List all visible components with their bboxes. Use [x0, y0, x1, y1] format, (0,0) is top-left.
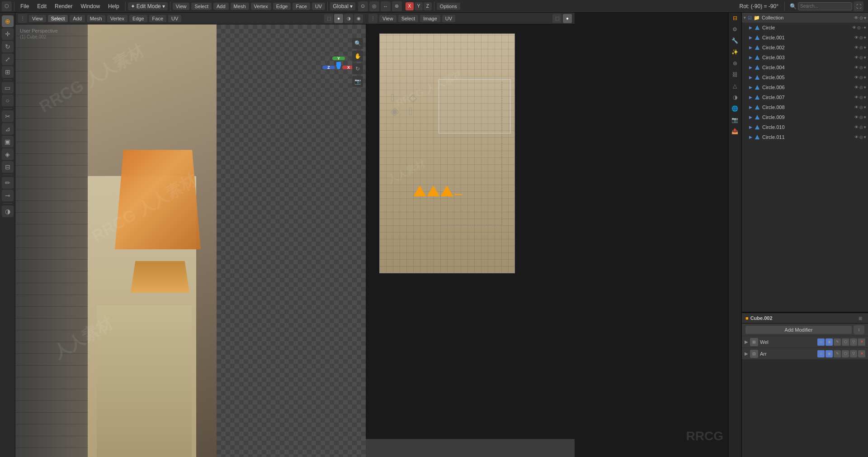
- ci-eye-10[interactable]: 👁: [854, 125, 859, 129]
- weld-render-icon[interactable]: ◉: [826, 338, 833, 346]
- ci-cam-9[interactable]: ◎: [859, 115, 863, 119]
- particles-icon[interactable]: ✨: [730, 47, 740, 57]
- ci-cam-7[interactable]: ◎: [859, 95, 863, 100]
- viewport-canvas[interactable]: User Perspective (1) Cube.002 RRCG 人人素材 …: [15, 24, 366, 457]
- weld-cage-icon[interactable]: ⬡: [842, 338, 849, 346]
- blender-logo-icon[interactable]: ⬡: [2, 1, 12, 11]
- circle-item-4[interactable]: ▶ Circle.004 👁 ◎ ▾: [747, 62, 868, 72]
- orientation-selector[interactable]: Global ▾: [330, 2, 355, 10]
- output-icon[interactable]: 📤: [730, 126, 740, 136]
- modifiers-icon[interactable]: 🔧: [730, 36, 740, 46]
- uv-solid-btn[interactable]: ●: [563, 14, 572, 23]
- material-btn[interactable]: ◑: [344, 14, 353, 23]
- move-tool[interactable]: ✛: [2, 28, 14, 40]
- props-expand-icon[interactable]: ⊞: [856, 314, 864, 322]
- ci-more-7[interactable]: ▾: [864, 95, 866, 100]
- ci-eye-8[interactable]: 👁: [854, 105, 859, 109]
- ci-more-9[interactable]: ▾: [864, 115, 866, 119]
- ci-more-5[interactable]: ▾: [864, 75, 866, 80]
- select-button[interactable]: Select: [48, 15, 68, 22]
- circle-item-11[interactable]: ▶ Circle.011 👁 ◎ ▾: [747, 132, 868, 142]
- ci-eye-9[interactable]: 👁: [854, 115, 859, 119]
- circle-item-9[interactable]: ▶ Circle.009 👁 ◎ ▾: [747, 112, 868, 122]
- uv-view-button[interactable]: View: [379, 15, 396, 22]
- outliner-icon[interactable]: ⊟: [730, 13, 740, 23]
- circle-item-0[interactable]: ▶ Circle 👁 ◎ · ▾: [747, 23, 868, 33]
- cursor-tool[interactable]: ⊕: [2, 15, 14, 27]
- scale-tool[interactable]: ⤢: [2, 53, 14, 65]
- orbit-icon[interactable]: ↻: [352, 63, 363, 74]
- weld-expand-icon[interactable]: ▶: [745, 339, 748, 344]
- weld-realtime-icon[interactable]: ⊙: [817, 338, 825, 346]
- ci-cam-11[interactable]: ◎: [859, 135, 863, 139]
- ci-more-11[interactable]: ▾: [864, 135, 866, 139]
- weld-edit-icon[interactable]: ✎: [834, 338, 841, 346]
- uv-wireframe-btn[interactable]: ⬚: [552, 14, 561, 23]
- loop-cut-tool[interactable]: ⊟: [2, 161, 14, 173]
- uv-select-button[interactable]: Select: [398, 15, 419, 22]
- solid-btn[interactable]: ●: [334, 14, 343, 23]
- world-icon[interactable]: 🌐: [730, 104, 740, 114]
- magnet-icon[interactable]: ⊗: [392, 1, 402, 11]
- transform-tool[interactable]: ⊞: [2, 66, 14, 78]
- circle-item-7[interactable]: ▶ Circle.007 👁 ◎ ▾: [747, 92, 868, 102]
- circle-item-6[interactable]: ▶ Circle.006 👁 ◎ ▾: [747, 82, 868, 92]
- ci-cam-0[interactable]: ◎: [857, 25, 861, 30]
- add-button[interactable]: Add: [70, 15, 85, 22]
- ci-more-3[interactable]: ▾: [864, 55, 866, 60]
- ci-eye-11[interactable]: 👁: [854, 135, 859, 139]
- uv-image-button[interactable]: Image: [420, 15, 440, 22]
- array-apply-icon[interactable]: ▽: [850, 350, 857, 357]
- select-menu[interactable]: Select: [191, 3, 212, 10]
- vertex-menu[interactable]: Vertex: [251, 3, 271, 10]
- array-cage-icon[interactable]: ⬡: [842, 350, 849, 357]
- ci-eye-3[interactable]: 👁: [854, 55, 859, 60]
- rotate-tool[interactable]: ↻: [2, 41, 14, 52]
- knife-tool[interactable]: ✂: [2, 110, 14, 122]
- bevel-tool[interactable]: ◈: [2, 148, 14, 160]
- physics-icon[interactable]: ⊛: [730, 58, 740, 68]
- array-expand-icon[interactable]: ▶: [745, 351, 748, 356]
- add-modifier-button[interactable]: Add Modifier: [745, 326, 852, 334]
- circle-item-8[interactable]: ▶ Circle.008 👁 ◎ ▾: [747, 102, 868, 112]
- uv-button[interactable]: UV: [168, 15, 181, 22]
- vertex-button[interactable]: Vertex: [107, 15, 127, 22]
- array-realtime-icon[interactable]: ⊙: [817, 350, 825, 357]
- edge-menu[interactable]: Edge: [273, 3, 291, 10]
- ci-eye-2[interactable]: 👁: [854, 45, 859, 50]
- view-menu[interactable]: View: [173, 3, 190, 10]
- ci-cam-1[interactable]: ◎: [859, 35, 863, 40]
- ci-more-1[interactable]: ▾: [864, 35, 866, 40]
- mode-selector[interactable]: ✦ Edit Mode ▾: [128, 2, 168, 10]
- ci-cam-2[interactable]: ◎: [859, 45, 863, 50]
- collection-item[interactable]: ▾ ☑ 📁 Collection 👁 ⊙ ▾: [742, 13, 868, 23]
- wireframe-btn[interactable]: ⬚: [324, 14, 333, 23]
- search-input[interactable]: [798, 2, 852, 10]
- select-box-tool[interactable]: ▭: [2, 82, 14, 94]
- circle-item-2[interactable]: ▶ Circle.002 👁 ◎ ▾: [747, 43, 868, 52]
- ci-eye-6[interactable]: 👁: [854, 85, 859, 90]
- ci-dot-0[interactable]: ·: [862, 25, 863, 30]
- menu-help[interactable]: Help: [104, 2, 123, 10]
- ci-cam-6[interactable]: ◎: [859, 85, 863, 90]
- menu-edit[interactable]: Edit: [33, 2, 50, 10]
- ci-cam-4[interactable]: ◎: [859, 65, 863, 70]
- ci-cam-8[interactable]: ◎: [859, 105, 863, 109]
- ci-cam-3[interactable]: ◎: [859, 55, 863, 60]
- shading-tool[interactable]: ◑: [2, 205, 14, 217]
- edge-button-vp[interactable]: Edge: [129, 15, 147, 22]
- weld-delete-icon[interactable]: ✕: [858, 338, 865, 346]
- constraints-icon[interactable]: ⛓: [730, 70, 740, 80]
- collection-restrict-icon[interactable]: ⊙: [859, 15, 863, 20]
- select-circle-tool[interactable]: ○: [2, 95, 14, 106]
- menu-render[interactable]: Render: [51, 2, 76, 10]
- gizmo-z-axis[interactable]: Z: [322, 66, 335, 69]
- data-icon[interactable]: △: [730, 81, 740, 91]
- uv-menu[interactable]: UV: [312, 3, 325, 10]
- modifier-sort-icon[interactable]: ↕: [854, 325, 864, 334]
- viewport-gizmo[interactable]: X Y Z: [321, 49, 357, 86]
- annotate-tool[interactable]: ✏: [2, 177, 14, 189]
- ci-eye-5[interactable]: 👁: [854, 75, 859, 80]
- y-axis-btn[interactable]: Y: [415, 2, 423, 10]
- face-menu[interactable]: Face: [292, 3, 310, 10]
